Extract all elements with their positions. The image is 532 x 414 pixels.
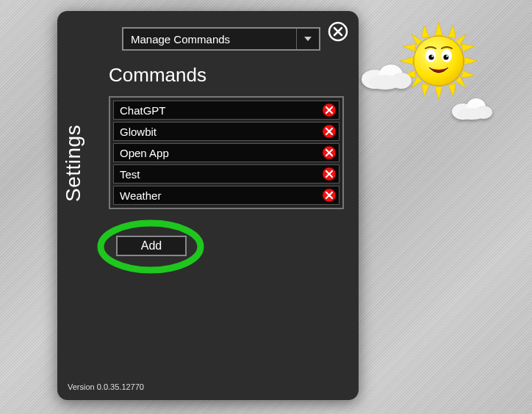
delete-icon <box>322 188 337 203</box>
delete-icon <box>322 167 337 181</box>
svg-point-22 <box>429 55 434 60</box>
command-name: Weather <box>114 189 321 202</box>
svg-point-29 <box>369 75 401 90</box>
svg-point-19 <box>414 36 464 86</box>
cloud-icon <box>448 94 495 120</box>
command-name: ChatGPT <box>114 104 321 117</box>
close-button[interactable] <box>328 21 348 42</box>
commands-list: ChatGPT Glowbit Open App <box>109 96 344 209</box>
delete-icon <box>322 124 337 139</box>
svg-point-33 <box>457 108 486 120</box>
section-title: Commands <box>109 64 206 87</box>
svg-point-25 <box>446 55 447 57</box>
list-item[interactable]: ChatGPT <box>113 101 339 120</box>
list-item[interactable]: Test <box>113 164 339 184</box>
delete-button[interactable] <box>321 123 337 139</box>
delete-icon <box>322 145 337 160</box>
add-button-label: Add <box>141 239 162 253</box>
command-name: Glowbit <box>114 126 321 138</box>
list-item[interactable]: Open App <box>113 143 339 162</box>
list-item[interactable]: Weather <box>113 186 339 205</box>
delete-button[interactable] <box>321 102 337 118</box>
settings-panel: Manage Commands Settings Commands ChatGP… <box>57 11 359 400</box>
delete-button[interactable] <box>321 166 337 182</box>
svg-point-23 <box>444 55 449 60</box>
dropdown-selected-label: Manage Commands <box>123 29 296 49</box>
version-text: Version 0.0.35.12770 <box>68 382 144 391</box>
cloud-icon <box>359 59 416 90</box>
close-icon <box>328 32 348 44</box>
sidebar-title: Settings <box>62 125 85 202</box>
svg-point-24 <box>431 55 433 57</box>
add-button[interactable]: Add <box>116 236 187 256</box>
delete-icon <box>322 103 337 117</box>
list-item[interactable]: Glowbit <box>113 122 339 141</box>
chevron-down-icon <box>296 29 319 49</box>
command-name: Test <box>114 168 321 181</box>
delete-button[interactable] <box>321 145 337 161</box>
delete-button[interactable] <box>321 187 337 203</box>
mode-dropdown[interactable]: Manage Commands <box>122 27 320 51</box>
command-name: Open App <box>114 147 321 159</box>
